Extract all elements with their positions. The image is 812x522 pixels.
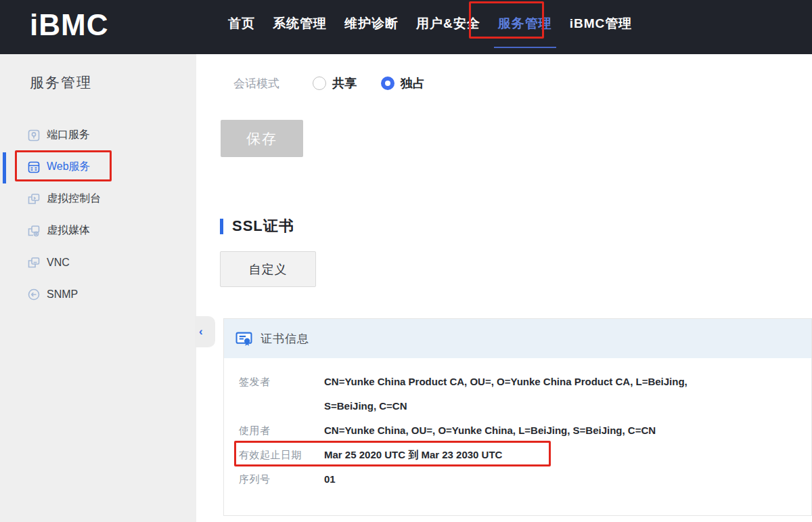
top-header-bar: iBMC 首页 系统管理 维护诊断 用户&安全 服务管理 iBMC管理 xyxy=(0,0,812,54)
sidebar-item-label: SNMP xyxy=(47,288,78,301)
top-nav: 首页 系统管理 维护诊断 用户&安全 服务管理 iBMC管理 xyxy=(228,15,632,50)
media-icon xyxy=(27,224,41,238)
radio-option-label: 共享 xyxy=(332,75,357,91)
cert-field-label: 有效起止日期 xyxy=(239,443,324,467)
nav-item-user-security[interactable]: 用户&安全 xyxy=(416,15,480,50)
console-icon xyxy=(27,192,41,206)
active-tab-underline xyxy=(494,47,556,48)
nav-item-service-management[interactable]: 服务管理 xyxy=(498,15,552,50)
cert-field-value: 01 xyxy=(324,467,336,492)
save-button[interactable]: 保存 xyxy=(221,120,303,157)
certificate-icon xyxy=(235,330,252,347)
radio-option-exclusive[interactable]: 独占 xyxy=(381,75,425,91)
certificate-info-panel: 证书信息 签发者 CN=Yunke China Product CA, OU=,… xyxy=(223,318,812,516)
ssl-section-title: SSL证书 xyxy=(232,216,294,236)
sidebar-title: 服务管理 xyxy=(30,73,92,92)
section-accent-bar xyxy=(220,219,223,234)
cert-row-serial-number: 序列号 01 xyxy=(239,467,798,492)
sidebar-item-label: 端口服务 xyxy=(47,128,90,142)
cert-field-label: 签发者 xyxy=(239,370,324,418)
ssl-section-header: SSL证书 xyxy=(220,216,294,236)
sidebar-item-port-service[interactable]: 端口服务 xyxy=(0,119,196,151)
cert-field-value: Mar 25 2020 UTC 到 Mar 23 2030 UTC xyxy=(324,443,502,467)
sidebar-item-label: 虚拟媒体 xyxy=(47,223,90,238)
certificate-panel-title: 证书信息 xyxy=(261,331,309,347)
sidebar-item-label: Web服务 xyxy=(47,160,91,174)
sidebar: 服务管理 端口服务 Web服务 xyxy=(0,54,196,522)
radio-checked-icon[interactable] xyxy=(381,77,394,90)
sidebar-item-vnc[interactable]: VNC xyxy=(0,246,196,278)
chevron-left-icon: ‹ xyxy=(199,325,203,339)
nav-item-home[interactable]: 首页 xyxy=(228,15,255,50)
sidebar-item-web-service[interactable]: Web服务 xyxy=(0,151,196,183)
nav-item-system-management[interactable]: 系统管理 xyxy=(273,15,327,50)
web-icon xyxy=(27,160,41,174)
session-mode-row: 会话模式 共享 独占 xyxy=(233,72,449,95)
port-icon xyxy=(27,129,41,142)
session-mode-label: 会话模式 xyxy=(233,76,313,91)
cert-field-value: CN=Yunke China Product CA, OU=, O=Yunke … xyxy=(324,370,713,418)
certificate-panel-header: 证书信息 xyxy=(224,319,811,358)
sidebar-item-snmp[interactable]: SNMP xyxy=(0,278,196,310)
sidebar-item-virtual-console[interactable]: 虚拟控制台 xyxy=(0,183,196,215)
nav-item-ibmc-management[interactable]: iBMC管理 xyxy=(570,15,633,50)
page: iBMC 首页 系统管理 维护诊断 用户&安全 服务管理 iBMC管理 服务管理… xyxy=(0,0,812,522)
cert-field-label: 序列号 xyxy=(239,467,324,492)
radio-unchecked-icon[interactable] xyxy=(313,77,326,90)
certificate-panel-body: 签发者 CN=Yunke China Product CA, OU=, O=Yu… xyxy=(224,358,811,492)
cert-field-value: CN=Yunke China, OU=, O=Yunke China, L=Be… xyxy=(324,418,656,443)
ibmc-logo: iBMC xyxy=(30,8,108,42)
snmp-icon xyxy=(27,288,41,301)
sidebar-item-label: 虚拟控制台 xyxy=(47,192,101,206)
cert-row-issuer: 签发者 CN=Yunke China Product CA, OU=, O=Yu… xyxy=(239,370,798,418)
vnc-icon xyxy=(27,256,41,269)
cert-field-label: 使用者 xyxy=(239,418,324,443)
radio-option-label: 独占 xyxy=(401,75,425,91)
nav-item-maintenance-diagnosis[interactable]: 维护诊断 xyxy=(344,15,399,50)
radio-option-shared[interactable]: 共享 xyxy=(313,75,357,91)
sidebar-collapse-handle[interactable]: ‹ xyxy=(195,316,215,347)
sidebar-item-label: VNC xyxy=(47,257,70,269)
customize-button[interactable]: 自定义 xyxy=(220,251,316,287)
cert-row-validity-period: 有效起止日期 Mar 25 2020 UTC 到 Mar 23 2030 UTC xyxy=(239,443,798,467)
sidebar-item-virtual-media[interactable]: 虚拟媒体 xyxy=(0,215,196,246)
cert-row-subject: 使用者 CN=Yunke China, OU=, O=Yunke China, … xyxy=(239,418,798,443)
sidebar-menu: 端口服务 Web服务 虚拟控制台 xyxy=(0,119,196,310)
